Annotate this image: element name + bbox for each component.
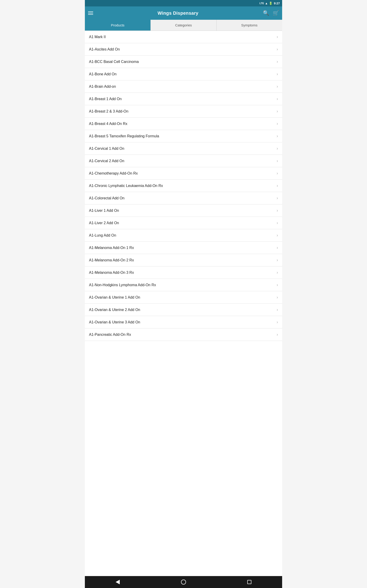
chevron-right-icon: › (277, 158, 278, 163)
nav-bar: Wings Dispensary 🔍 🛒 (85, 6, 282, 20)
product-name: A1-Breast 2 & 3 Add-On (89, 109, 128, 113)
list-item[interactable]: A1-Cervical 1 Add On› (85, 142, 282, 155)
product-name: A1-Bone Add On (89, 72, 117, 76)
lte-icon: LTE (259, 2, 264, 5)
cart-button[interactable]: 🛒 (273, 10, 279, 16)
chevron-right-icon: › (277, 146, 278, 151)
chevron-right-icon: › (277, 47, 278, 52)
product-name: A1-Melanoma Add-On 1 Rx (89, 246, 134, 250)
product-name: A1-Melanoma Add-On 3 Rx (89, 271, 134, 275)
list-item[interactable]: A1-Breast 5 Tamoxifen Regulating Formula… (85, 130, 282, 142)
product-name: A1-Liver 1 Add On (89, 208, 119, 213)
status-bar: LTE ▲ 🔋 9:27 (85, 0, 282, 6)
product-name: A1-Melanoma Add-On 2 Rx (89, 258, 134, 262)
chevron-right-icon: › (277, 245, 278, 250)
tab-categories-label: Categories (175, 23, 192, 27)
product-name: A1-Chronic Lymphatic Leukaemia Add-On Rx (89, 184, 163, 188)
tab-bar: Products Categories Symptoms (85, 20, 282, 31)
search-icon: 🔍 (263, 10, 269, 16)
product-name: A1-Colorectal Add On (89, 196, 125, 200)
product-name: A1-Non-Hodgkins Lymphoma Add-On Rx (89, 283, 156, 287)
list-item[interactable]: A1-Lung Add On› (85, 229, 282, 242)
tab-products[interactable]: Products (85, 20, 151, 31)
home-button[interactable] (178, 578, 189, 586)
chevron-right-icon: › (277, 171, 278, 176)
bottom-bar (85, 576, 282, 588)
list-item[interactable]: A1-Melanoma Add-On 2 Rx› (85, 254, 282, 267)
chevron-right-icon: › (277, 121, 278, 126)
product-name: A1-Lung Add On (89, 233, 116, 237)
chevron-right-icon: › (277, 221, 278, 225)
product-name: A1-Ovarian & Uterine 1 Add On (89, 295, 140, 300)
list-item[interactable]: A1-Breast 4 Add-On Rx› (85, 118, 282, 130)
list-item[interactable]: A1-Melanoma Add-On 1 Rx› (85, 242, 282, 254)
chevron-right-icon: › (277, 270, 278, 275)
chevron-right-icon: › (277, 183, 278, 188)
menu-button[interactable] (88, 11, 93, 15)
list-item[interactable]: A1-Non-Hodgkins Lymphoma Add-On Rx› (85, 279, 282, 291)
list-item[interactable]: A1-Bone Add On› (85, 68, 282, 80)
product-name: A1-BCC Basal Cell Carcinoma (89, 60, 139, 64)
chevron-right-icon: › (277, 84, 278, 89)
product-name: A1 Mark II (89, 35, 106, 39)
list-item[interactable]: A1-Liver 1 Add On› (85, 204, 282, 217)
status-icons: LTE ▲ 🔋 (259, 2, 273, 5)
tab-products-label: Products (111, 23, 124, 27)
home-icon (181, 579, 186, 585)
list-item[interactable]: A1-Breast 1 Add On› (85, 93, 282, 105)
chevron-right-icon: › (277, 295, 278, 300)
product-name: A1-Chemotherapy Add-On Rx (89, 171, 138, 175)
list-item[interactable]: A1-BCC Basal Cell Carcinoma› (85, 56, 282, 68)
product-name: A1-Breast 5 Tamoxifen Regulating Formula (89, 134, 159, 138)
list-item[interactable]: A1-Chronic Lymphatic Leukaemia Add-On Rx… (85, 180, 282, 192)
list-item[interactable]: A1-Brain Add-on› (85, 80, 282, 93)
chevron-right-icon: › (277, 208, 278, 213)
list-item[interactable]: A1-Melanoma Add-On 3 Rx› (85, 267, 282, 279)
product-name: A1-Liver 2 Add On (89, 221, 119, 225)
status-time: 9:27 (274, 2, 280, 5)
product-name: A1-Ovarian & Uterine 2 Add On (89, 308, 140, 312)
chevron-right-icon: › (277, 59, 278, 64)
chevron-right-icon: › (277, 307, 278, 312)
tab-symptoms[interactable]: Symptoms (217, 20, 282, 31)
list-item[interactable]: A1 Mark II› (85, 31, 282, 43)
list-item[interactable]: A1-Breast 2 & 3 Add-On› (85, 105, 282, 118)
menu-icon (88, 11, 93, 15)
recent-button[interactable] (244, 578, 255, 586)
product-name: A1-Cervical 1 Add On (89, 147, 124, 151)
list-item[interactable]: A1-Ovarian & Uterine 2 Add On› (85, 304, 282, 316)
chevron-right-icon: › (277, 283, 278, 287)
chevron-right-icon: › (277, 320, 278, 325)
list-item[interactable]: A1-Ovarian & Uterine 1 Add On› (85, 291, 282, 304)
chevron-right-icon: › (277, 332, 278, 337)
list-item[interactable]: A1-Cervical 2 Add On› (85, 155, 282, 167)
back-button[interactable] (112, 578, 123, 586)
product-name: A1-Breast 4 Add-On Rx (89, 122, 127, 126)
tab-categories[interactable]: Categories (151, 20, 217, 31)
app-title: Wings Dispensary (158, 10, 198, 16)
battery-icon: 🔋 (269, 2, 273, 5)
chevron-right-icon: › (277, 233, 278, 238)
list-item[interactable]: A1-Chemotherapy Add-On Rx› (85, 167, 282, 180)
product-name: A1-Pancreatic Add-On Rx (89, 333, 131, 337)
nav-icons: 🔍 🛒 (263, 10, 279, 16)
list-item[interactable]: A1-Liver 2 Add On› (85, 217, 282, 229)
product-name: A1-Ovarian & Uterine 3 Add On (89, 320, 140, 324)
list-item[interactable]: A1-Pancreatic Add-On Rx› (85, 329, 282, 341)
list-item[interactable]: A1-Ovarian & Uterine 3 Add On› (85, 316, 282, 329)
list-item[interactable]: A1-Ascites Add On› (85, 43, 282, 56)
search-button[interactable]: 🔍 (263, 10, 269, 16)
product-name: A1-Cervical 2 Add On (89, 159, 124, 163)
product-name: A1-Ascites Add On (89, 47, 120, 52)
cart-icon: 🛒 (273, 10, 279, 16)
list-item[interactable]: A1-Colorectal Add On› (85, 192, 282, 204)
recent-icon (247, 580, 251, 584)
product-list: A1 Mark II›A1-Ascites Add On›A1-BCC Basa… (85, 31, 282, 576)
chevron-right-icon: › (277, 258, 278, 262)
chevron-right-icon: › (277, 134, 278, 138)
chevron-right-icon: › (277, 96, 278, 101)
chevron-right-icon: › (277, 72, 278, 77)
chevron-right-icon: › (277, 109, 278, 114)
back-icon (116, 580, 120, 584)
signal-icon: ▲ (265, 2, 268, 5)
